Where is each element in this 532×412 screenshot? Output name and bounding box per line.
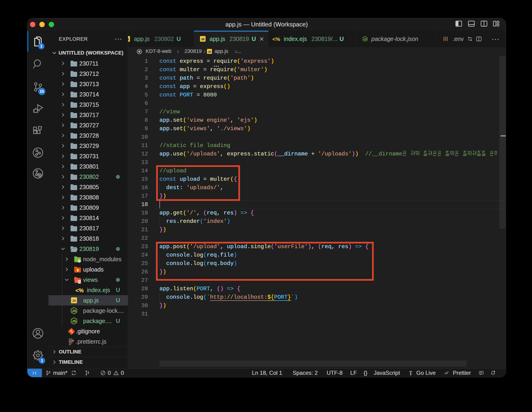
svg-text:JS: JS — [72, 319, 76, 323]
svg-text:<>: <> — [78, 281, 81, 283]
svg-text:JS: JS — [72, 299, 76, 302]
svg-text:JS: JS — [208, 50, 211, 53]
svg-text:<%: <% — [273, 36, 280, 42]
svg-text:JS: JS — [128, 38, 129, 41]
svg-text:JS: JS — [201, 38, 204, 41]
svg-text:<%: <% — [76, 287, 84, 294]
svg-text:JS: JS — [72, 309, 76, 313]
svg-text:JS: JS — [363, 38, 367, 40]
